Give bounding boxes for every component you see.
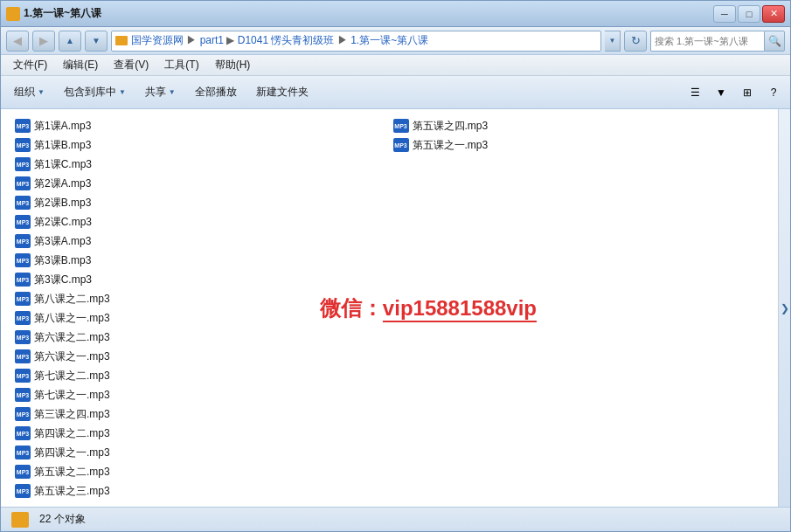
mp3-icon: MP3	[15, 157, 31, 171]
address-dropdown-button[interactable]: ▼	[605, 31, 621, 52]
list-item[interactable]: MP3 第七课之二.mp3	[11, 366, 390, 385]
list-item[interactable]: MP3 第2课C.mp3	[11, 212, 390, 231]
share-button[interactable]: 共享 ▼	[137, 80, 184, 104]
menu-view[interactable]: 查看(V)	[107, 56, 156, 74]
list-item[interactable]: MP3 第1课B.mp3	[11, 135, 390, 155]
mp3-icon: MP3	[15, 253, 31, 267]
folder-icon	[115, 36, 128, 45]
search-button[interactable]: 🔍	[764, 31, 785, 52]
file-name: 第3课C.mp3	[34, 273, 92, 287]
menu-help[interactable]: 帮助(H)	[208, 56, 258, 74]
file-name: 第五课之二.mp3	[34, 465, 110, 480]
minimize-button[interactable]: ─	[713, 5, 736, 23]
list-item[interactable]: MP3 第八课之二.mp3	[11, 289, 390, 308]
up-button[interactable]: ▲	[59, 31, 81, 52]
close-button[interactable]: ✕	[762, 5, 785, 23]
list-item[interactable]: MP3 第五课之三.mp3	[11, 481, 390, 501]
files-container: MP3 第1课A.mp3 MP3 第1课B.mp3 MP3 第1课C.mp3 M…	[11, 116, 767, 501]
menu-file[interactable]: 文件(F)	[6, 56, 54, 74]
list-item[interactable]: MP3 第四课之二.mp3	[11, 424, 390, 443]
file-name: 第2课A.mp3	[34, 176, 91, 191]
list-item[interactable]: MP3 第3课C.mp3	[11, 270, 390, 289]
mp3-icon: MP3	[15, 234, 31, 248]
address-path: 国学资源网 ▶ part1 ▶ D1041 愣头青初级班 ▶ 1.第一课~第八课	[111, 31, 601, 52]
status-bar: 22 个对象	[1, 507, 790, 531]
new-folder-button[interactable]: 新建文件夹	[248, 80, 316, 104]
file-name: 第八课之一.mp3	[34, 311, 110, 326]
play-all-button[interactable]: 全部播放	[187, 80, 245, 104]
files-col-1: MP3 第1课A.mp3 MP3 第1课B.mp3 MP3 第1课C.mp3 M…	[11, 116, 390, 501]
mp3-icon: MP3	[15, 330, 31, 344]
list-item[interactable]: MP3 第七课之一.mp3	[11, 385, 390, 404]
organize-arrow: ▼	[38, 88, 45, 96]
mp3-icon: MP3	[15, 426, 31, 440]
mp3-icon: MP3	[15, 369, 31, 383]
file-name: 第四课之二.mp3	[34, 426, 110, 441]
share-arrow: ▼	[169, 88, 176, 96]
list-item[interactable]: MP3 第1课C.mp3	[11, 155, 390, 174]
forward-button[interactable]: ▶	[32, 31, 55, 52]
file-name: 第五课之一.mp3	[413, 138, 489, 153]
view-large-icon-button[interactable]: ⊞	[736, 82, 759, 103]
view-dropdown-button[interactable]: ▼	[710, 82, 732, 103]
menu-tools[interactable]: 工具(T)	[157, 56, 205, 74]
menu-edit[interactable]: 编辑(E)	[56, 56, 105, 74]
mp3-icon: MP3	[15, 215, 31, 229]
mp3-icon: MP3	[15, 292, 31, 306]
file-name: 第3课A.mp3	[34, 234, 91, 249]
file-name: 第1课B.mp3	[34, 138, 91, 153]
window-icon	[6, 7, 20, 21]
mp3-icon: MP3	[393, 138, 409, 152]
organize-button[interactable]: 组织 ▼	[6, 80, 52, 104]
list-item[interactable]: MP3 第3课B.mp3	[11, 251, 390, 270]
file-name: 第1课C.mp3	[34, 157, 92, 172]
file-name: 第七课之二.mp3	[34, 369, 110, 383]
list-item[interactable]: MP3 第八课之一.mp3	[11, 308, 390, 328]
main-window: 1.第一课~第八课 ─ □ ✕ ◀ ▶ ▲ ▼ 国学资源网 ▶ part1 ▶ …	[0, 0, 791, 532]
toolbar: 组织 ▼ 包含到库中 ▼ 共享 ▼ 全部播放 新建文件夹 ☰ ▼ ⊞ ?	[1, 76, 790, 109]
window-controls: ─ □ ✕	[713, 5, 785, 23]
mp3-icon: MP3	[15, 119, 31, 133]
mp3-icon: MP3	[15, 349, 31, 363]
list-item[interactable]: MP3 第五课之四.mp3	[390, 116, 768, 135]
back-button[interactable]: ◀	[6, 31, 29, 52]
path-segment-d1041[interactable]: D1041 愣头青初级班	[238, 34, 335, 46]
maximize-button[interactable]: □	[738, 5, 760, 23]
path-segment-part1[interactable]: part1	[200, 34, 224, 46]
dropdown-recent-button[interactable]: ▼	[85, 31, 108, 52]
mp3-icon: MP3	[15, 196, 31, 210]
menu-bar: 文件(F) 编辑(E) 查看(V) 工具(T) 帮助(H)	[1, 55, 790, 76]
search-box: 🔍	[650, 31, 785, 52]
help-button[interactable]: ?	[762, 82, 785, 103]
list-item[interactable]: MP3 第三课之四.mp3	[11, 404, 390, 424]
search-input[interactable]	[650, 31, 764, 52]
file-name: 第六课之二.mp3	[34, 330, 110, 345]
list-item[interactable]: MP3 第2课A.mp3	[11, 174, 390, 193]
view-details-button[interactable]: ☰	[683, 82, 706, 103]
file-name: 第八课之二.mp3	[34, 292, 110, 307]
path-segment-root[interactable]: 国学资源网	[131, 34, 184, 46]
content-area: 微信：vip15881588vip MP3 第1课A.mp3 MP3 第1课B.…	[1, 109, 790, 507]
list-item[interactable]: MP3 第六课之二.mp3	[11, 328, 390, 347]
window-title: 1.第一课~第八课	[24, 6, 713, 21]
list-item[interactable]: MP3 第五课之二.mp3	[11, 462, 390, 481]
file-name: 第五课之三.mp3	[34, 484, 110, 499]
list-item[interactable]: MP3 第四课之一.mp3	[11, 443, 390, 462]
list-item[interactable]: MP3 第1课A.mp3	[11, 116, 390, 135]
list-item[interactable]: MP3 第2课B.mp3	[11, 193, 390, 212]
mp3-icon: MP3	[15, 311, 31, 325]
collapse-handle[interactable]: ❯	[778, 109, 790, 507]
file-name: 第五课之四.mp3	[413, 119, 489, 134]
list-item[interactable]: MP3 第3课A.mp3	[11, 231, 390, 251]
file-name: 第四课之一.mp3	[34, 446, 110, 460]
files-col-2: MP3 第五课之四.mp3 MP3 第五课之一.mp3	[390, 116, 768, 501]
toolbar-right: ☰ ▼ ⊞ ?	[683, 82, 785, 103]
add-to-library-button[interactable]: 包含到库中 ▼	[56, 80, 134, 104]
path-segment-current[interactable]: 1.第一课~第八课	[350, 34, 428, 46]
list-item[interactable]: MP3 第六课之一.mp3	[11, 347, 390, 366]
file-list: 微信：vip15881588vip MP3 第1课A.mp3 MP3 第1课B.…	[1, 109, 778, 507]
mp3-icon: MP3	[393, 119, 409, 133]
file-name: 第2课B.mp3	[34, 196, 91, 211]
list-item[interactable]: MP3 第五课之一.mp3	[390, 135, 768, 155]
refresh-button[interactable]: ↻	[624, 31, 647, 52]
